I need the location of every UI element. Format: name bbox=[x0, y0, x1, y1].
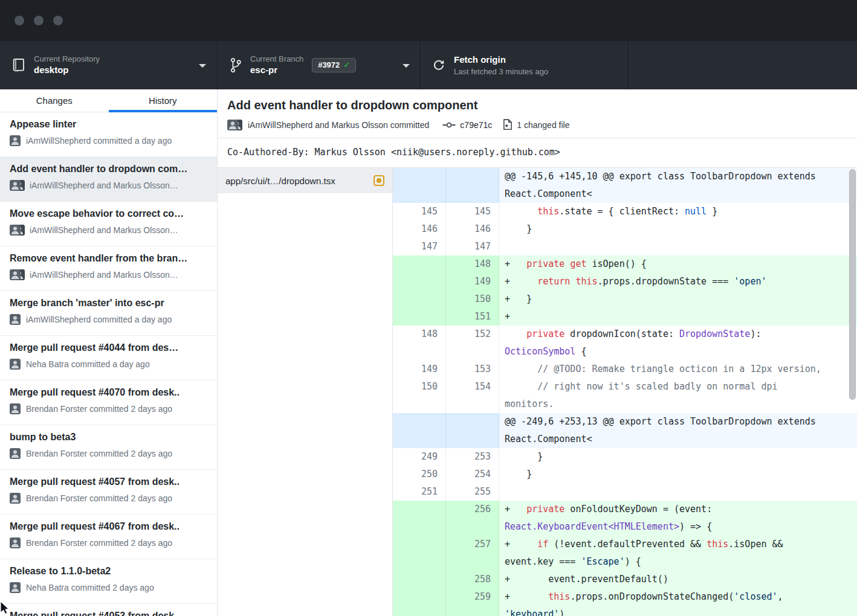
diff-code-line: + } bbox=[499, 290, 857, 308]
line-number-new bbox=[446, 413, 499, 448]
avatar bbox=[10, 448, 21, 459]
window-zoom-button[interactable] bbox=[53, 16, 63, 25]
pr-status-badge[interactable]: #3972 ✓ bbox=[312, 58, 356, 72]
commit-list-item[interactable]: Merge pull request #4053 from desk.. bbox=[0, 604, 217, 616]
current-repository-value: desktop bbox=[34, 65, 100, 76]
line-number-old: 147 bbox=[393, 238, 446, 255]
commit-description: Co-Authored-By: Markus Olsson <niik@user… bbox=[218, 138, 857, 168]
commit-item-title: Remove event handler from the bran… bbox=[10, 252, 207, 265]
diff-view: @@ -145,6 +145,10 @@ export class Toolba… bbox=[393, 168, 857, 616]
diff-code-line: this.state = { clientRect: null } bbox=[499, 203, 857, 220]
avatar bbox=[10, 493, 21, 504]
diff-code-line: } bbox=[499, 466, 857, 483]
commit-item-byline: Neha Batra committed a day ago bbox=[26, 359, 150, 369]
commit-list-item[interactable]: Merge branch 'master' into esc-priAmWill… bbox=[0, 291, 217, 336]
tab-history[interactable]: History bbox=[109, 89, 218, 112]
commit-list-item[interactable]: bump to beta3Brendan Forster committed 2… bbox=[0, 425, 217, 470]
diff-code-line: @@ -249,6 +253,13 @@ export class Toolba… bbox=[499, 413, 857, 448]
commit-item-meta: iAmWillShepherd and Markus Olsson… bbox=[10, 269, 207, 280]
avatar bbox=[10, 180, 24, 191]
git-commit-icon bbox=[442, 121, 456, 129]
commit-list-item[interactable]: Merge pull request #4057 from desk..Bren… bbox=[0, 470, 217, 515]
pr-number: #3972 bbox=[318, 60, 340, 69]
window-close-button[interactable] bbox=[15, 16, 24, 25]
diff-code-line: @@ -145,6 +145,10 @@ export class Toolba… bbox=[499, 168, 857, 203]
line-number-new: 153 bbox=[446, 361, 499, 378]
file-list: app/src/ui/t…/dropdown.tsx bbox=[218, 168, 393, 616]
line-number-new: 148 bbox=[446, 255, 499, 273]
line-number-old bbox=[393, 273, 446, 290]
git-branch-icon bbox=[230, 57, 242, 73]
diff-row-context: 145145 this.state = { clientRect: null } bbox=[393, 203, 857, 220]
current-branch-value: esc-pr bbox=[250, 65, 303, 76]
diff-code-line: + private onFoldoutKeyDown = (event: Rea… bbox=[499, 501, 857, 536]
line-number-new: 154 bbox=[446, 378, 499, 413]
history-sidebar: Changes History Appease linteriAmWillShe… bbox=[0, 89, 218, 616]
commit-item-meta: Neha Batra committed a day ago bbox=[10, 359, 207, 370]
line-number-old bbox=[393, 308, 446, 326]
file-modified-icon bbox=[374, 175, 384, 186]
commit-item-meta: Brendan Forster committed 2 days ago bbox=[10, 493, 207, 504]
commit-item-title: Merge pull request #4067 from desk.. bbox=[10, 521, 207, 533]
commit-item-byline: Brendan Forster committed 2 days ago bbox=[26, 493, 172, 503]
commit-list-item[interactable]: Move escape behavior to correct co…iAmWi… bbox=[0, 202, 217, 246]
fetch-origin-button[interactable]: Fetch origin Last fetched 3 minutes ago bbox=[420, 41, 629, 89]
line-number-old: 150 bbox=[393, 378, 446, 413]
commit-item-byline: iAmWillShepherd and Markus Olsson… bbox=[30, 181, 178, 190]
fetch-origin-label: Fetch origin bbox=[454, 54, 548, 66]
commit-item-meta: iAmWillShepherd and Markus Olsson… bbox=[10, 225, 207, 236]
line-number-old: 250 bbox=[393, 466, 446, 483]
commit-meta: iAmWillShepherd and Markus Olsson commit… bbox=[227, 119, 847, 130]
chevron-down-icon bbox=[199, 64, 206, 68]
line-number-new bbox=[446, 168, 499, 203]
commit-list-item[interactable]: Release to 1.1.0-beta2Neha Batra committ… bbox=[0, 559, 217, 604]
repo-icon bbox=[12, 58, 25, 72]
commit-list-item[interactable]: Merge pull request #4067 from desk..Bren… bbox=[0, 515, 217, 559]
current-branch-label: Current Branch bbox=[250, 54, 303, 64]
commit-list-item[interactable]: Merge pull request #4044 from des…Neha B… bbox=[0, 336, 217, 380]
commit-list-item[interactable]: Add event handler to dropdown com…iAmWil… bbox=[0, 157, 217, 202]
commit-list-item[interactable]: Remove event handler from the bran…iAmWi… bbox=[0, 246, 217, 291]
sync-icon bbox=[432, 59, 445, 72]
commit-list-item[interactable]: Appease linteriAmWillShepherd committed … bbox=[0, 112, 217, 157]
commit-item-meta: iAmWillShepherd and Markus Olsson… bbox=[10, 180, 207, 191]
check-icon: ✓ bbox=[343, 60, 350, 69]
commit-list-item[interactable]: Merge pull request #4070 from desk..Bren… bbox=[0, 380, 217, 425]
diff-row-context: 150154 // right now it's scaled badly on… bbox=[393, 378, 857, 413]
diff-row-add: 149+ return this.props.dropdownState ===… bbox=[393, 273, 857, 290]
line-number-old bbox=[393, 413, 446, 448]
commit-item-byline: iAmWillShepherd committed a day ago bbox=[26, 315, 172, 324]
diff-scrollbar[interactable] bbox=[849, 169, 856, 400]
current-repository-button[interactable]: Current Repository desktop bbox=[0, 41, 218, 89]
commit-item-title: Release to 1.1.0-beta2 bbox=[10, 565, 207, 577]
avatar bbox=[10, 225, 24, 236]
tab-changes[interactable]: Changes bbox=[0, 89, 109, 112]
commit-item-title: Merge pull request #4044 from des… bbox=[10, 342, 207, 354]
file-path: app/src/ui/t…/dropdown.tsx bbox=[225, 176, 374, 186]
window-minimize-button[interactable] bbox=[34, 16, 44, 25]
diff-code-line: + event.preventDefault() bbox=[499, 571, 857, 588]
commit-item-meta: Brendan Forster committed 2 days ago bbox=[10, 448, 207, 459]
commit-item-meta: Brendan Forster committed 2 days ago bbox=[10, 537, 207, 548]
avatar bbox=[10, 314, 21, 325]
file-list-item[interactable]: app/src/ui/t…/dropdown.tsx bbox=[218, 168, 392, 193]
diff-row-hunk: @@ -145,6 +145,10 @@ export class Toolba… bbox=[393, 168, 857, 203]
diff-row-add: 148+ private get isOpen() { bbox=[393, 255, 857, 273]
changed-file-icon bbox=[503, 119, 513, 130]
line-number-old bbox=[393, 501, 446, 536]
avatar bbox=[10, 135, 21, 146]
diff-code-line: } bbox=[499, 220, 857, 238]
line-number-old: 148 bbox=[393, 326, 446, 361]
current-branch-button[interactable]: Current Branch esc-pr #3972 ✓ bbox=[218, 41, 420, 89]
commit-authors: iAmWillShepherd and Markus Olsson commit… bbox=[248, 120, 429, 130]
line-number-new: 151 bbox=[446, 308, 499, 326]
diff-code-line bbox=[499, 483, 857, 501]
diff-code-line: + this.props.onDropdownStateChanged('clo… bbox=[499, 588, 857, 616]
commit-item-title: Merge pull request #4053 from desk.. bbox=[10, 610, 207, 616]
line-number-new: 259 bbox=[446, 588, 499, 616]
chevron-down-icon bbox=[403, 64, 410, 68]
commit-item-title: Add event handler to dropdown com… bbox=[10, 163, 207, 175]
commit-item-title: Appease linter bbox=[10, 118, 207, 130]
line-number-old bbox=[393, 168, 446, 203]
app-window: Current Repository desktop Current Branc… bbox=[0, 0, 857, 616]
